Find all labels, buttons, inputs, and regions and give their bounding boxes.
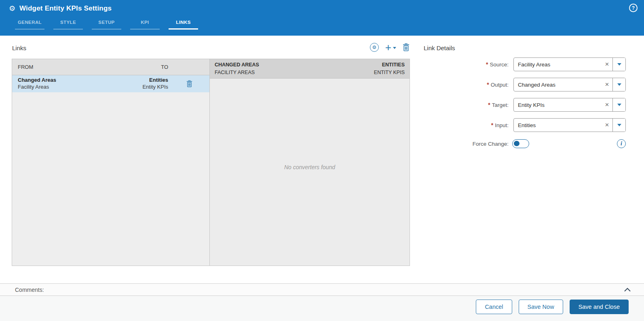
save-now-button[interactable]: Save Now [519, 300, 563, 314]
clear-icon[interactable]: × [602, 78, 612, 91]
dropdown-button[interactable] [612, 119, 625, 132]
settings-gear-icon: ⚙ [9, 4, 15, 13]
delete-link-button[interactable] [403, 43, 410, 51]
help-icon[interactable]: ? [629, 4, 638, 12]
clear-icon[interactable]: × [602, 119, 612, 132]
force-change-toggle[interactable] [512, 139, 529, 148]
tab-links[interactable]: LINKS [169, 19, 198, 30]
link-details-panel: Link Details *Source: Facility Areas × *… [424, 45, 626, 149]
source-field-row: *Source: Facility Areas × [424, 57, 626, 71]
chevron-down-icon [617, 104, 621, 106]
links-toolbar: ⚙ + [361, 42, 410, 53]
link-row[interactable]: Changed Areas Facility Areas Entities En… [12, 75, 209, 92]
output-value: Changed Areas [514, 78, 602, 91]
target-label: Target: [492, 102, 509, 108]
source-label: Source: [490, 62, 509, 68]
comments-bar: Comments: [0, 283, 644, 296]
input-label: Input: [495, 122, 509, 128]
required-marker: * [486, 61, 488, 68]
trash-icon [186, 80, 192, 87]
tab-general[interactable]: GENERAL [15, 19, 44, 30]
tab-bar: GENERAL STYLE SETUP KPI LINKS [15, 19, 198, 30]
link-details-title: Link Details [424, 45, 626, 51]
add-link-button[interactable]: + [385, 43, 396, 52]
force-change-row: Force Change: i [424, 138, 626, 149]
plus-icon: + [385, 43, 391, 52]
links-table: FROM TO Changed Areas Facility Areas Ent… [12, 59, 210, 266]
link-from-type: Facility Areas [18, 84, 85, 91]
input-combobox[interactable]: Entities × [513, 118, 626, 132]
converter-from-subtitle: FACILITY AREAS [215, 69, 259, 76]
source-combobox[interactable]: Facility Areas × [513, 57, 626, 71]
link-to-name: Entities [85, 77, 168, 84]
chevron-down-icon [393, 47, 396, 49]
tab-kpi[interactable]: KPI [130, 19, 160, 30]
links-section-title: Links [12, 45, 26, 51]
converters-header: CHANGED AREAS FACILITY AREAS ENTITIES EN… [210, 59, 410, 79]
tab-style[interactable]: STYLE [53, 19, 83, 30]
links-panels: FROM TO Changed Areas Facility Areas Ent… [12, 59, 410, 266]
chevron-down-icon [617, 63, 621, 66]
row-delete-button[interactable] [169, 80, 209, 87]
chevron-down-icon [617, 124, 621, 126]
required-marker: * [488, 102, 490, 108]
output-field-row: *Output: Changed Areas × [424, 78, 626, 91]
converter-to-title: ENTITIES [374, 61, 405, 68]
target-value: Entity KPIs [514, 98, 602, 111]
input-value: Entities [514, 119, 602, 132]
column-header-from: FROM [12, 64, 85, 70]
tab-setup[interactable]: SETUP [92, 19, 121, 30]
clear-icon[interactable]: × [602, 98, 612, 111]
cancel-button[interactable]: Cancel [476, 300, 512, 314]
chevron-down-icon [617, 83, 621, 86]
required-marker: * [491, 122, 493, 128]
empty-converters-message: No converters found [284, 164, 335, 170]
info-icon[interactable]: i [617, 139, 626, 148]
dialog-header: ⚙ Widget Entity KPIs Settings ? GENERAL … [0, 0, 644, 36]
target-combobox[interactable]: Entity KPIs × [513, 98, 626, 112]
link-to-type: Entity KPIs [85, 84, 168, 91]
input-field-row: *Input: Entities × [424, 118, 626, 132]
dialog-footer: Cancel Save Now Save and Close [0, 296, 644, 321]
links-table-header: FROM TO [12, 59, 209, 75]
save-and-close-button[interactable]: Save and Close [570, 300, 629, 314]
dropdown-button[interactable] [612, 98, 625, 111]
source-value: Facility Areas [514, 58, 602, 71]
converters-body: No converters found [210, 79, 410, 266]
comments-label: Comments: [15, 287, 44, 293]
link-from-name: Changed Areas [18, 77, 85, 84]
collapse-comments-button[interactable] [624, 288, 631, 292]
force-change-label: Force Change: [424, 141, 509, 147]
column-header-to: TO [85, 64, 169, 70]
output-combobox[interactable]: Changed Areas × [513, 78, 626, 91]
target-field-row: *Target: Entity KPIs × [424, 98, 626, 112]
trash-icon [403, 43, 410, 51]
converters-panel: CHANGED AREAS FACILITY AREAS ENTITIES EN… [210, 59, 410, 266]
converter-to-subtitle: ENTITY KPIS [374, 69, 405, 76]
auto-link-button[interactable]: ⚙ [370, 43, 379, 52]
converter-from-title: CHANGED AREAS [215, 61, 259, 68]
required-marker: * [487, 81, 489, 88]
output-label: Output: [491, 82, 509, 88]
dropdown-button[interactable] [612, 78, 625, 91]
dialog-title: Widget Entity KPIs Settings [19, 4, 112, 13]
dropdown-button[interactable] [612, 58, 625, 71]
clear-icon[interactable]: × [602, 58, 612, 71]
chevron-up-icon [624, 288, 631, 292]
